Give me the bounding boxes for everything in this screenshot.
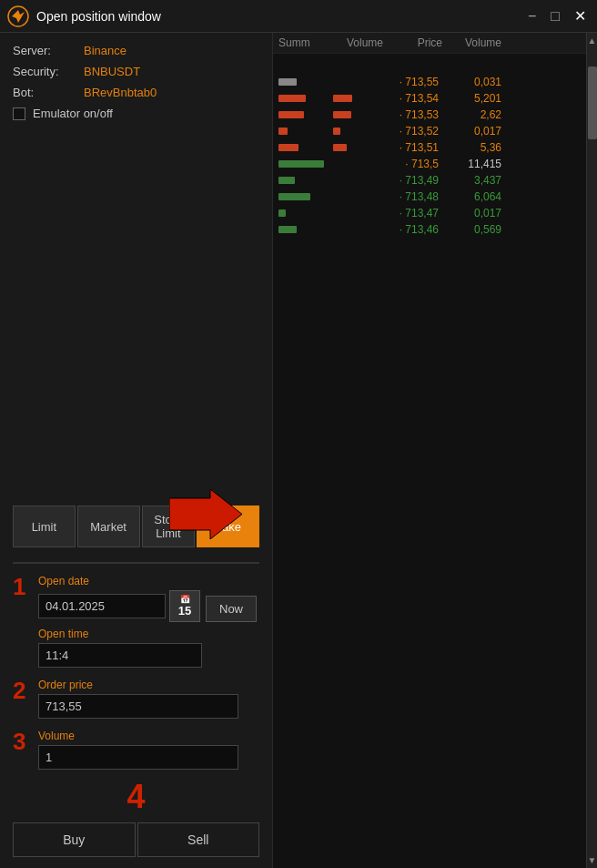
tab-limit[interactable]: Limit xyxy=(13,505,76,547)
col-summ: Summ xyxy=(278,36,333,49)
ob-inner-bar xyxy=(333,128,340,135)
open-time-label: Open time xyxy=(38,628,259,640)
window-title: Open position window xyxy=(36,9,161,24)
open-date-input[interactable] xyxy=(38,594,166,618)
ob-vol: 0,569 xyxy=(442,223,501,236)
order-book-rows: · 713,55 0,031 · 713,54 5,201 · 713,53 2… xyxy=(273,74,597,868)
open-time-input[interactable] xyxy=(38,643,202,668)
order-price-input[interactable] xyxy=(38,694,238,719)
ob-bar xyxy=(278,144,298,151)
ob-bar xyxy=(278,111,304,118)
step-3-fields: Volume xyxy=(38,730,259,770)
scrollbar[interactable]: ▲ ▼ xyxy=(586,33,597,868)
open-date-label: Open date xyxy=(38,575,259,587)
title-bar: Open position window − □ ✕ xyxy=(0,0,597,33)
open-time-row xyxy=(38,643,259,668)
ob-vol: 5,201 xyxy=(442,92,501,105)
ob-row: · 713,5 11,415 xyxy=(273,156,597,172)
ob-row: · 713,54 5,201 xyxy=(273,90,597,107)
step-1-fields: Open date 📅 15 Now Open time xyxy=(38,575,259,668)
sell-button[interactable]: Sell xyxy=(137,822,260,857)
col-price: Price xyxy=(383,36,442,49)
bot-label: Bot: xyxy=(13,86,76,99)
ob-vol: 3,437 xyxy=(442,174,501,187)
ob-bar-cell xyxy=(278,78,333,86)
scrollbar-thumb[interactable] xyxy=(588,66,597,139)
ob-bar-cell xyxy=(278,226,333,233)
ob-vol: 0,031 xyxy=(442,76,501,88)
scroll-up-arrow[interactable]: ▲ xyxy=(585,33,597,48)
ob-row-empty xyxy=(273,54,597,74)
ob-bar-cell xyxy=(278,128,333,135)
cal-number: 15 xyxy=(178,604,191,618)
ob-row: · 713,55 0,031 xyxy=(273,74,597,90)
server-value: Binance xyxy=(84,44,126,57)
now-button[interactable]: Now xyxy=(206,596,257,622)
security-row: Security: BNBUSDT xyxy=(13,65,259,78)
order-book-panel: Summ Volume Price Volume · 713,55 0,031 xyxy=(273,33,597,868)
ob-vol: 2,62 xyxy=(442,108,501,121)
ob-row: · 713,46 0,569 xyxy=(273,221,597,238)
ob-price: · 713,51 xyxy=(383,141,442,154)
order-price-label: Order price xyxy=(38,679,259,691)
ob-price: · 713,54 xyxy=(383,92,442,105)
emulator-checkbox[interactable] xyxy=(13,107,25,120)
step-2: 2 Order price xyxy=(13,679,259,719)
ob-bar-cell xyxy=(278,209,333,217)
step-2-number: 2 xyxy=(13,679,33,702)
ob-price: · 713,52 xyxy=(383,125,442,138)
ob-bar xyxy=(278,95,306,102)
ob-price: · 713,47 xyxy=(383,207,442,220)
ob-vol: 11,415 xyxy=(442,158,501,170)
col-volume1: Volume xyxy=(333,36,383,49)
calendar-button[interactable]: 📅 15 xyxy=(169,590,200,622)
date-cal-group: 📅 15 xyxy=(38,590,200,622)
ob-row: · 713,52 0,017 xyxy=(273,123,597,139)
minimize-button[interactable]: − xyxy=(524,9,540,24)
ob-bar-cell2 xyxy=(333,95,383,102)
close-button[interactable]: ✕ xyxy=(571,9,590,24)
ob-bar-cell xyxy=(278,144,333,151)
security-label: Security: xyxy=(13,65,76,78)
ob-row: · 713,53 2,62 xyxy=(273,107,597,123)
scroll-down-arrow[interactable]: ▼ xyxy=(585,853,597,868)
ob-vol: 0,017 xyxy=(442,207,501,220)
tab-market[interactable]: Market xyxy=(77,505,140,547)
buy-sell-row: Buy Sell xyxy=(13,822,259,857)
ob-vol: 5,36 xyxy=(442,141,501,154)
tab-stop-limit[interactable]: Stop-Limit xyxy=(142,505,196,547)
bot-value: BRevBnbtab0 xyxy=(84,86,157,99)
step-3-number: 3 xyxy=(13,730,33,753)
server-label: Server: xyxy=(13,44,76,57)
ob-bar-cell xyxy=(278,160,333,168)
tab-fake[interactable]: Fake xyxy=(197,505,259,547)
ob-price: · 713,46 xyxy=(383,223,442,236)
ob-inner-bar xyxy=(333,144,347,151)
ob-bar xyxy=(278,177,295,184)
ob-bar-cell xyxy=(278,111,333,118)
ob-bar-cell2 xyxy=(333,128,383,135)
maximize-button[interactable]: □ xyxy=(547,9,563,24)
open-date-row: 📅 15 Now xyxy=(38,590,259,622)
ob-bar-cell xyxy=(278,193,333,200)
app-logo xyxy=(7,5,29,27)
ob-row: · 713,49 3,437 xyxy=(273,172,597,189)
step-3: 3 Volume xyxy=(13,730,259,770)
buy-button[interactable]: Buy xyxy=(13,822,136,857)
ob-inner-bar xyxy=(333,111,351,118)
ob-bar xyxy=(278,128,288,135)
step-4-number: 4 xyxy=(13,781,259,813)
ob-vol: 0,017 xyxy=(442,125,501,138)
security-value: BNBUSDT xyxy=(84,65,140,78)
divider xyxy=(13,562,259,564)
ob-row: · 713,51 5,36 xyxy=(273,139,597,156)
ob-bar xyxy=(278,78,297,86)
volume-input[interactable] xyxy=(38,745,238,770)
form-section: 1 Open date 📅 15 Now Open time xyxy=(13,575,259,819)
ob-vol: 6,064 xyxy=(442,190,501,203)
order-book-header: Summ Volume Price Volume xyxy=(273,33,597,54)
emulator-row[interactable]: Emulator on/off xyxy=(13,107,259,120)
ob-row: · 713,47 0,017 xyxy=(273,205,597,221)
ob-bar xyxy=(278,193,310,200)
ob-price: · 713,49 xyxy=(383,174,442,187)
